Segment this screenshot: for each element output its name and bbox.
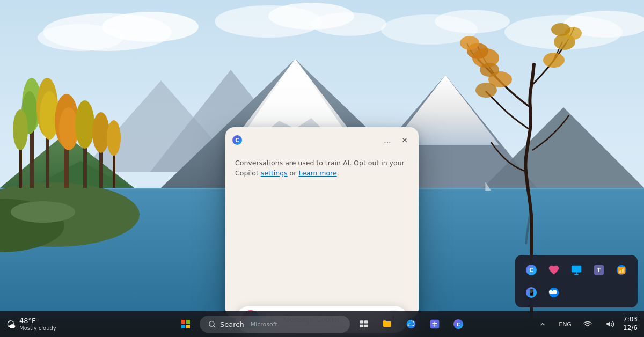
svg-point-3 [38,24,123,51]
svg-rect-78 [360,320,364,323]
taskbar: 🌤 48°F Mostly cloudy Search Microsoft [0,311,644,337]
weather-description: Mostly cloudy [19,325,56,332]
systray-monitor-icon[interactable] [567,260,586,280]
taskbar-center: Search Microsoft [176,314,468,334]
volume-icon [606,320,614,328]
svg-point-53 [543,53,565,68]
svg-point-36 [75,100,94,149]
svg-point-6 [311,12,386,36]
copilot-title-left: C [232,135,243,145]
svg-rect-80 [360,325,364,327]
search-icon [208,320,216,328]
copilot-title-right: ... ✕ [380,133,412,148]
svg-point-50 [551,23,570,36]
systray-bluetooth-icon[interactable]: 📶 [612,260,631,280]
store-button[interactable] [425,314,444,334]
svg-line-77 [214,326,215,327]
svg-point-43 [11,201,75,223]
weather-temperature: 48°F [19,317,56,325]
windows-logo [181,320,190,328]
search-label: Search [220,320,244,328]
weather-widget[interactable]: 🌤 48°F Mostly cloudy [6,317,56,332]
close-button[interactable]: ✕ [397,133,412,148]
svg-text:📱: 📱 [528,288,536,296]
privacy-notice: Conversations are used to train AI. Opt … [235,158,409,179]
svg-marker-86 [606,321,610,326]
copilot-window: C ... ✕ Conversations are used to train … [225,127,419,318]
svg-rect-66 [572,266,581,273]
weather-icon: 🌤 [6,319,16,330]
clock-display[interactable]: 7:03 12/6 [623,316,638,332]
systray-cloud-icon[interactable] [544,283,564,302]
file-explorer-button[interactable] [378,314,397,334]
svg-point-52 [480,63,499,77]
file-explorer-icon [382,319,393,329]
start-button[interactable] [176,314,195,334]
language-button[interactable]: ENG [555,314,575,334]
svg-text:C: C [529,267,533,273]
copilot-taskbar-button[interactable]: C [449,314,468,334]
svg-point-54 [475,83,497,98]
copilot-titlebar: C ... ✕ [225,127,419,152]
edge-button[interactable] [401,314,421,334]
svg-text:C: C [457,322,460,327]
svg-point-38 [13,109,28,150]
svg-point-47 [460,36,479,50]
learn-more-link[interactable]: Learn more [298,169,336,177]
copilot-content-area: Conversations are used to train AI. Opt … [225,152,419,318]
copilot-taskbar-icon: C [453,319,464,329]
taskbar-search[interactable]: Search Microsoft [200,316,350,333]
settings-link[interactable]: settings [261,169,288,177]
systray-copilot-icon[interactable]: C [522,260,541,280]
task-view-button[interactable] [354,314,374,334]
task-view-icon [359,319,369,329]
svg-rect-79 [364,320,368,323]
svg-text:📶: 📶 [618,266,626,274]
chevron-up-icon [539,321,546,327]
edge-icon [406,319,416,329]
date-label: 12/6 [623,324,638,333]
wifi-icon [583,320,592,328]
svg-point-40 [92,112,109,153]
taskbar-right: ENG 7:03 12/6 [533,314,638,334]
volume-button[interactable] [601,314,620,334]
system-tray-expand-button[interactable] [533,314,552,334]
systray-popup: C T 📶 [515,255,638,307]
systray-teams-icon[interactable]: T [589,260,609,280]
svg-text:T: T [597,267,601,273]
systray-heart-icon[interactable] [544,260,564,280]
taskbar-left: 🌤 48°F Mostly cloudy [6,317,56,332]
more-options-button[interactable]: ... [380,133,395,148]
copilot-window-icon: C [232,135,243,145]
svg-rect-81 [364,325,368,327]
svg-point-44 [80,209,134,225]
svg-text:C: C [235,137,239,143]
store-icon [429,319,440,329]
language-label: ENG [559,321,572,328]
wifi-button[interactable] [578,314,597,334]
svg-point-8 [435,10,510,33]
microsoft-label: Microsoft [251,321,277,328]
systray-phone-icon[interactable]: 📱 [522,283,541,302]
time-label: 7:03 [623,316,638,324]
svg-point-42 [107,120,121,156]
weather-info: 48°F Mostly cloudy [19,317,56,332]
